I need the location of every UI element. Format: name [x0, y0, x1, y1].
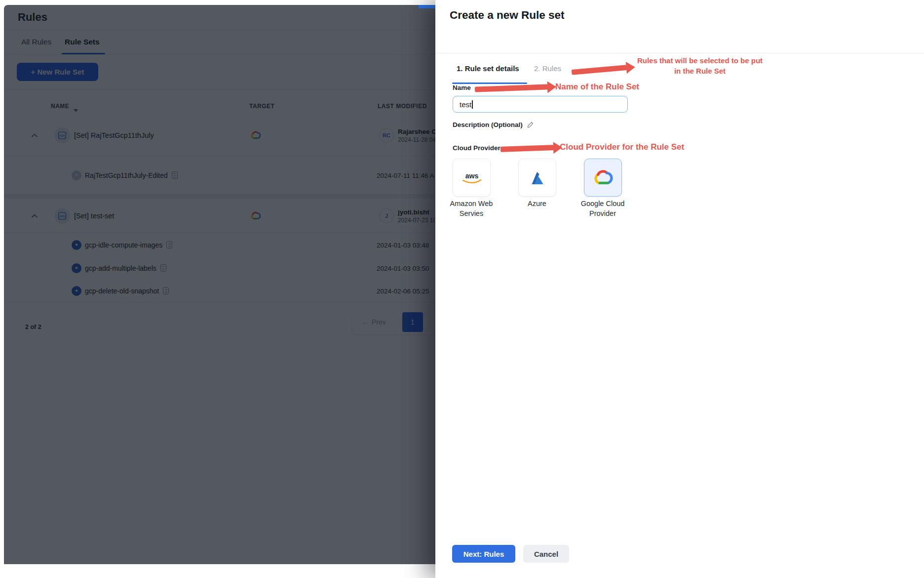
description-label-text: Description (Optional) [453, 121, 523, 128]
gcp-logo-icon [592, 168, 615, 187]
rules-page-backdrop: Rules All Rules Rule Sets + New Rule Set… [4, 5, 435, 564]
cloud-provider-label: Cloud Provider [453, 144, 500, 152]
provider-label-azure: Azure [505, 199, 569, 208]
annotation-provider-note: Cloud Provider for the Rule Set [560, 142, 684, 152]
hidden-button-sliver [419, 5, 435, 8]
annotation-arrow-icon [500, 145, 554, 152]
azure-logo-icon [528, 168, 547, 188]
annotation-arrow-icon [475, 84, 548, 92]
provider-label-gcp: Google Cloud Provider [571, 199, 635, 218]
next-rules-button[interactable]: Next: Rules [452, 545, 515, 563]
provider-card-gcp[interactable] [584, 159, 622, 197]
svg-text:aws: aws [465, 171, 478, 179]
provider-label-aws: Amazon Web Servies [439, 199, 503, 218]
name-label: Name [453, 84, 471, 91]
description-label: Description (Optional) [453, 121, 534, 128]
annotation-name-note: Name of the Rule Set [555, 82, 639, 92]
annotation-line: Rules that will be selected to be put [616, 55, 784, 66]
aws-logo-icon: aws [461, 170, 483, 185]
annotation-line: in the Rule Set [616, 66, 784, 76]
provider-card-azure[interactable] [518, 159, 556, 197]
provider-card-aws[interactable]: aws [453, 159, 491, 197]
step-rule-set-details[interactable]: 1. Rule set details [457, 64, 519, 73]
text-cursor [472, 100, 473, 109]
annotation-steps-note: Rules that will be selected to be put in… [616, 55, 784, 76]
drawer-title: Create a new Rule set [450, 9, 565, 22]
rule-set-name-input[interactable]: test [453, 96, 628, 113]
cancel-button[interactable]: Cancel [523, 545, 569, 563]
name-input-value: test [460, 100, 471, 109]
divider [435, 53, 924, 53]
edit-pencil-icon[interactable] [527, 121, 534, 128]
step-rules[interactable]: 2. Rules [534, 64, 561, 73]
modal-dim-overlay [4, 5, 435, 564]
create-rule-set-drawer: Create a new Rule set 1. Rule set detail… [435, 0, 924, 578]
